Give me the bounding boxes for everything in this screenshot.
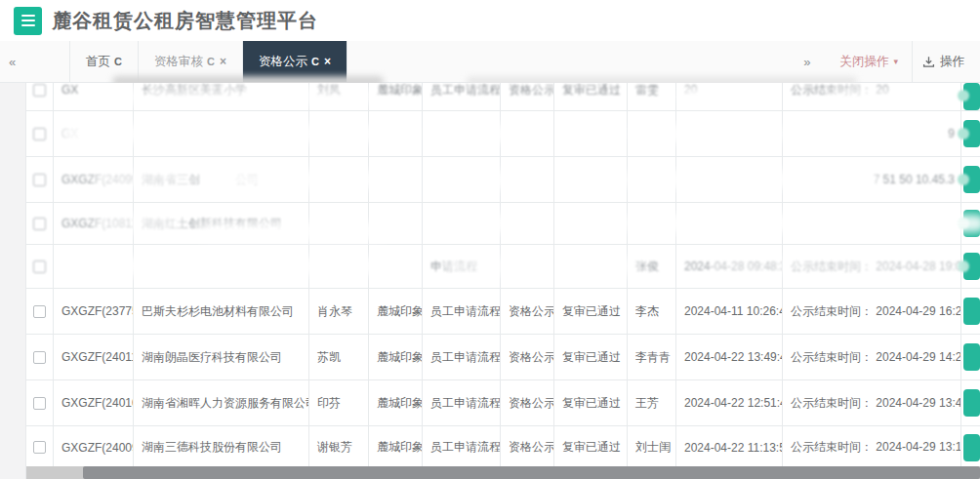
cell-end-time: 公示结束时间： 2024-04-29 14:23:06 — [783, 335, 961, 379]
refresh-icon[interactable]: C — [207, 56, 215, 67]
cell-status — [501, 157, 554, 202]
row-checkbox[interactable] — [33, 128, 46, 140]
menu-toggle-button[interactable] — [14, 7, 42, 35]
row-checkbox[interactable] — [33, 260, 46, 273]
cell-reviewer — [628, 203, 676, 244]
cell-id: GXGZF(23775) — [54, 289, 134, 334]
cell-apply-time — [676, 157, 783, 202]
cell-applicant: 肖永琴 — [309, 289, 369, 334]
row-checkbox[interactable] — [33, 84, 46, 97]
cell-flow: 员工申请流程 — [423, 380, 501, 425]
cell-company: 湖南三德科技股份有限公司 — [134, 426, 309, 468]
row-action-cell — [961, 157, 980, 202]
tabs-scroll-left-button[interactable]: « — [0, 41, 70, 82]
row-checkbox[interactable] — [33, 351, 46, 364]
operations-button[interactable]: 操作 — [912, 41, 980, 82]
refresh-icon[interactable]: C — [114, 56, 122, 67]
smudge-dot — [958, 128, 969, 140]
cell-status — [501, 111, 554, 156]
refresh-icon[interactable]: C — [311, 56, 319, 67]
row-action-cell — [961, 380, 980, 425]
smudge-dot — [958, 218, 969, 229]
cell-apply-time — [676, 111, 783, 156]
cell-project — [369, 203, 423, 244]
cell-apply-time: 2024-04-22 12:51:45 — [676, 380, 783, 425]
row-action-button[interactable] — [963, 434, 980, 461]
caret-down-icon: ▾ — [893, 57, 898, 66]
page-title: 麓谷租赁公租房智慧管理平台 — [52, 8, 318, 34]
cell-status — [501, 245, 554, 288]
cell-company — [134, 245, 309, 288]
app-header: 麓谷租赁公租房智慧管理平台 — [0, 0, 980, 41]
row-action-button[interactable] — [963, 389, 980, 417]
tab-bar: « 首页C 资格审核C× 资格公示C× » 关闭操作 ▾ 操作 — [0, 41, 980, 83]
close-icon[interactable]: × — [220, 55, 226, 68]
cell-apply-time: 2024-04-11 10:26:46 — [676, 289, 783, 334]
cell-review: 复审已通过 — [554, 426, 628, 468]
cell-status: 资格公示 — [501, 289, 554, 334]
row-checkbox[interactable] — [33, 174, 46, 186]
table-row: 申请流程 张俊 2024-04-28 09:48:35 公示结束时间： 2024… — [26, 245, 980, 289]
cell-status: 资格公示 — [501, 83, 554, 110]
table-row: GXGZF(24011) 湖南朗晶医疗科技有限公司 苏凯 麓城印象 员工申请流程… — [26, 335, 980, 380]
table-row: GXGZF(24099) 湖南省三创 公司 7 51 50 10.45.3 — [26, 157, 980, 203]
cell-review — [554, 245, 628, 288]
cell-company — [134, 111, 309, 156]
cell-review — [554, 157, 628, 202]
close-icon[interactable]: × — [324, 55, 331, 68]
cell-reviewer: 雷雯 — [628, 83, 676, 110]
horizontal-scrollbar-thumb[interactable] — [83, 466, 980, 479]
row-action-cell — [961, 203, 980, 244]
cell-id: GXGZF(24011) — [54, 335, 134, 379]
cell-project — [369, 111, 423, 156]
row-checkbox-cell — [26, 289, 54, 334]
row-action-cell — [961, 111, 980, 156]
cell-company: 湖南省三创 公司 — [134, 157, 309, 202]
cell-end-time: 公示结束时间： 2024-04-28 19:02 — [783, 245, 961, 288]
row-action-button[interactable] — [963, 298, 980, 325]
table-row: GX 9 — [26, 111, 980, 157]
tab-qualification-review[interactable]: 资格审核C× — [139, 41, 243, 82]
cell-review: 复审已通过 — [554, 289, 628, 334]
cell-applicant: 苏凯 — [309, 335, 369, 379]
row-checkbox[interactable] — [33, 305, 46, 318]
row-checkbox-cell — [26, 335, 54, 379]
row-action-button[interactable] — [963, 343, 980, 371]
cell-flow — [423, 203, 501, 244]
row-checkbox-cell — [26, 245, 54, 288]
cell-status — [501, 203, 554, 244]
cell-applicant — [309, 245, 369, 288]
cell-apply-time: 2024-04-22 13:49:42 — [676, 335, 783, 379]
tab-label: 资格审核 — [154, 54, 203, 70]
cell-project: 麓城印象 — [369, 335, 423, 379]
cell-reviewer: 李青青 — [628, 335, 676, 379]
operations-label: 操作 — [940, 54, 964, 70]
row-checkbox[interactable] — [33, 218, 46, 230]
cell-id: GXGZF(24009) — [54, 426, 134, 468]
row-checkbox[interactable] — [33, 441, 46, 454]
cell-status: 资格公示 — [501, 380, 554, 425]
cell-apply-time: 2024-04-22 11:13:55 — [676, 426, 783, 468]
cell-project: 麓城印象 — [369, 83, 423, 110]
close-operations-dropdown[interactable]: 关闭操作 ▾ — [826, 41, 912, 82]
row-checkbox[interactable] — [33, 397, 46, 410]
cell-reviewer — [628, 111, 676, 156]
cell-flow — [423, 111, 501, 156]
left-gutter — [0, 83, 26, 479]
smudge-dot — [958, 260, 969, 272]
tab-label: 首页 — [86, 54, 110, 70]
cell-status: 资格公示 — [501, 426, 554, 468]
cell-end-time — [783, 203, 961, 244]
table-row: GX 长沙高新区美蓝小学 刘凤 麓城印象 员工申请流程 资格公示 复审已通过 雷… — [26, 83, 980, 111]
tabbar-spacer — [347, 41, 788, 82]
tab-home[interactable]: 首页C — [70, 41, 139, 82]
table-viewport: GX 长沙高新区美蓝小学 刘凤 麓城印象 员工申请流程 资格公示 复审已通过 雷… — [0, 83, 980, 479]
cell-id: GXGZF(24099) — [54, 157, 134, 202]
tab-qualification-publicity[interactable]: 资格公示C× — [243, 41, 347, 82]
cell-flow: 员工申请流程 — [423, 83, 501, 110]
cell-apply-time: 2024-04-28 09:48:35 — [676, 245, 783, 288]
cell-id: GXGZF(24010) — [54, 380, 134, 425]
row-checkbox-cell — [26, 380, 54, 425]
smudge-dot — [958, 174, 969, 185]
tabs-scroll-right-button[interactable]: » — [788, 55, 826, 69]
